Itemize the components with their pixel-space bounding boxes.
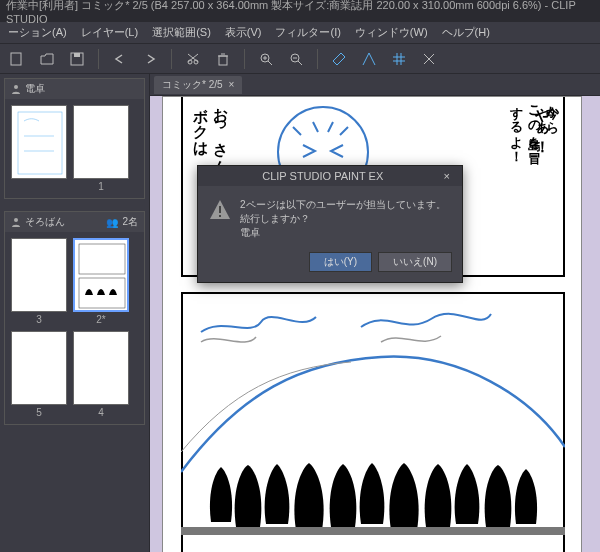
clear-icon[interactable] xyxy=(418,48,440,70)
speech-text: この島を冒 xyxy=(525,97,543,142)
tab-label: コミック* 2/5 xyxy=(162,78,223,92)
thumb-label: 2* xyxy=(96,314,105,325)
open-icon[interactable] xyxy=(36,48,58,70)
thumb-label: 5 xyxy=(36,407,42,418)
svg-point-8 xyxy=(14,85,18,89)
toolbar xyxy=(0,44,600,74)
landscape-sketch xyxy=(181,292,565,552)
sidebar: 電卓 1 そろばん 👥 2名 3 2* 5 4 xyxy=(0,74,150,552)
menu-animation[interactable]: ーション(A) xyxy=(8,25,67,40)
delete-icon[interactable] xyxy=(212,48,234,70)
dialog-message: 2ページは以下のユーザーが担当しています。続行しますか？ xyxy=(240,198,452,226)
ruler-icon[interactable] xyxy=(328,48,350,70)
svg-point-10 xyxy=(14,218,18,222)
menu-view[interactable]: 表示(V) xyxy=(225,25,262,40)
svg-rect-11 xyxy=(79,244,125,274)
user-icon xyxy=(11,217,21,227)
no-button[interactable]: いいえ(N) xyxy=(378,252,452,272)
users-icon: 👥 xyxy=(106,217,118,228)
dialog-buttons: はい(Y) いいえ(N) xyxy=(198,252,462,282)
page-thumb[interactable] xyxy=(73,331,129,405)
warning-icon xyxy=(208,198,232,222)
confirmation-dialog: CLIP STUDIO PAINT EX × 2ページは以下のユーザーが担当して… xyxy=(197,165,463,283)
new-icon[interactable] xyxy=(6,48,28,70)
page-group-2: そろばん 👥 2名 3 2* 5 4 xyxy=(4,211,145,425)
user-icon xyxy=(11,84,21,94)
page-thumb[interactable] xyxy=(11,105,67,179)
group-header[interactable]: そろばん 👥 2名 xyxy=(5,212,144,232)
page-thumb[interactable] xyxy=(11,331,67,405)
speech-text: 今から xyxy=(543,97,561,127)
speech-text: ボクは xyxy=(191,97,210,148)
yes-button[interactable]: はい(Y) xyxy=(309,252,372,272)
document-tabs: コミック* 2/5 × xyxy=(150,74,600,96)
save-icon[interactable] xyxy=(66,48,88,70)
main-area: 電卓 1 そろばん 👥 2名 3 2* 5 4 コミ xyxy=(0,74,600,552)
svg-rect-0 xyxy=(11,53,21,65)
grid-icon[interactable] xyxy=(388,48,410,70)
group-header[interactable]: 電卓 xyxy=(5,79,144,99)
zoom-in-icon[interactable] xyxy=(255,48,277,70)
page-group-1: 電卓 1 xyxy=(4,78,145,199)
separator xyxy=(171,49,172,69)
group-title: 電卓 xyxy=(25,82,45,96)
group-title: そろばん xyxy=(25,215,65,229)
dialog-title: CLIP STUDIO PAINT EX xyxy=(206,170,440,182)
thumb-grid: 1 xyxy=(5,99,144,198)
svg-rect-15 xyxy=(219,206,221,213)
snap-icon[interactable] xyxy=(358,48,380,70)
speech-text: するよ！ xyxy=(507,97,525,155)
separator xyxy=(317,49,318,69)
thumb-label: 3 xyxy=(36,314,42,325)
menu-layer[interactable]: レイヤー(L) xyxy=(81,25,138,40)
dialog-user: 電卓 xyxy=(240,226,452,240)
close-icon[interactable]: × xyxy=(440,170,454,182)
menu-bar: ーション(A) レイヤー(L) 選択範囲(S) 表示(V) フィルター(I) ウ… xyxy=(0,22,600,44)
dialog-message-wrap: 2ページは以下のユーザーが担当しています。続行しますか？ 電卓 xyxy=(240,198,452,240)
title-bar: 作業中[利用者] コミック* 2/5 (B4 257.00 x 364.00mm… xyxy=(0,0,600,22)
dialog-titlebar[interactable]: CLIP STUDIO PAINT EX × xyxy=(198,166,462,186)
document-tab[interactable]: コミック* 2/5 × xyxy=(154,76,242,94)
menu-filter[interactable]: フィルター(I) xyxy=(275,25,340,40)
canvas-area: コミック* 2/5 × ボクは おっさん！ やぁ！ xyxy=(150,74,600,552)
zoom-out-icon[interactable] xyxy=(285,48,307,70)
page-thumb[interactable] xyxy=(73,105,129,179)
menu-window[interactable]: ウィンドウ(W) xyxy=(355,25,428,40)
thumb-label: 1 xyxy=(98,181,104,192)
window-title: 作業中[利用者] コミック* 2/5 (B4 257.00 x 364.00mm… xyxy=(6,0,594,25)
undo-icon[interactable] xyxy=(109,48,131,70)
user-count: 2名 xyxy=(122,215,138,229)
redo-icon[interactable] xyxy=(139,48,161,70)
thumb-label: 4 xyxy=(98,407,104,418)
svg-rect-2 xyxy=(74,53,80,57)
svg-rect-14 xyxy=(181,527,565,535)
svg-rect-16 xyxy=(219,215,221,217)
menu-help[interactable]: ヘルプ(H) xyxy=(442,25,490,40)
menu-selection[interactable]: 選択範囲(S) xyxy=(152,25,211,40)
separator xyxy=(244,49,245,69)
thumb-grid: 3 2* 5 4 xyxy=(5,232,144,424)
page-thumb-selected[interactable] xyxy=(73,238,129,312)
dialog-body: 2ページは以下のユーザーが担当しています。続行しますか？ 電卓 xyxy=(198,186,462,252)
svg-rect-9 xyxy=(18,112,62,174)
tab-close-icon[interactable]: × xyxy=(229,79,235,90)
page-thumb[interactable] xyxy=(11,238,67,312)
cut-icon[interactable] xyxy=(182,48,204,70)
svg-rect-5 xyxy=(219,56,227,65)
separator xyxy=(98,49,99,69)
